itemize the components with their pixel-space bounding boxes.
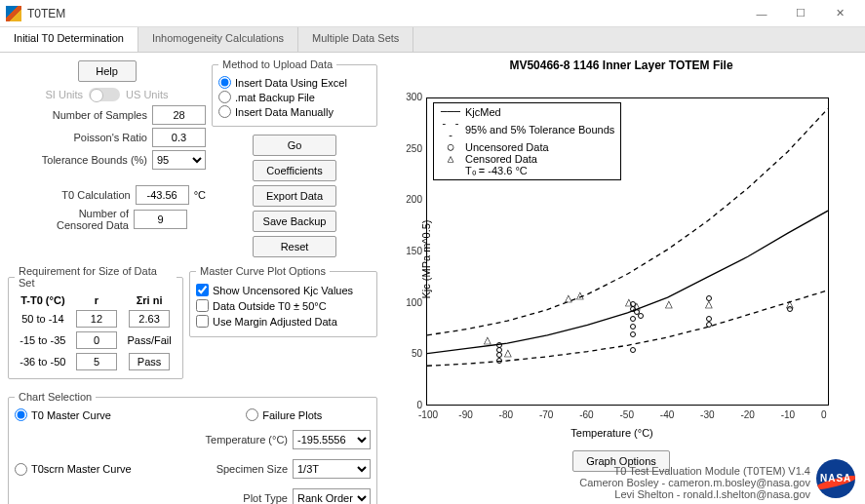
req-h3: Σri ni (122, 292, 177, 308)
plot-box: ───KjcMed - - -95% and 5% Tolerance Boun… (426, 97, 829, 406)
req-h2: r (71, 292, 122, 308)
window-title: T0TEM (27, 7, 742, 20)
t0-calc-label: T0 Calculation (61, 189, 130, 201)
t0scrn-radio[interactable] (15, 463, 27, 476)
leg-bounds: 95% and 5% Tolerance Bounds (465, 124, 614, 136)
req-r3c3-input[interactable] (129, 353, 170, 370)
x-tick: -100 (418, 409, 438, 420)
y-tick: 50 (399, 348, 422, 359)
export-data-button[interactable]: Export Data (253, 185, 336, 207)
censored-point: △ (786, 298, 794, 309)
upload-mat-label: .mat Backup File (235, 92, 315, 103)
req-r1c2-input[interactable] (76, 310, 117, 328)
poisson-label: Poisson's Ratio (74, 132, 147, 143)
t0-master-radio[interactable] (15, 408, 27, 421)
close-button[interactable]: ✕ (820, 0, 859, 27)
x-tick: -80 (499, 409, 513, 420)
tab-multiple-sets[interactable]: Multiple Data Sets (298, 27, 413, 52)
minimize-button[interactable]: — (742, 0, 781, 27)
failure-plots-label: Failure Plots (262, 409, 322, 421)
save-backup-button[interactable]: Save Backup (253, 211, 336, 232)
y-tick: 250 (399, 143, 422, 154)
footer-l3: Levi Shelton - ronald.l.shelton@nasa.gov (579, 488, 810, 500)
margin-adjusted-check[interactable] (196, 315, 209, 328)
censored-input[interactable] (134, 210, 187, 229)
unit-toggle[interactable] (89, 88, 120, 101)
y-tick: 100 (399, 297, 422, 308)
poisson-input[interactable] (152, 128, 206, 147)
reset-button[interactable]: Reset (253, 236, 336, 257)
censored-point: △ (504, 347, 512, 358)
x-tick: 0 (821, 409, 827, 420)
x-tick: -90 (458, 409, 472, 420)
x-tick: -60 (579, 409, 593, 420)
uncensored-point (630, 331, 636, 337)
margin-adjusted-label: Use Margin Adjusted Data (213, 316, 337, 328)
req-r3c1: -36 to -50 (15, 351, 71, 372)
requirement-legend: Requirement for Size of Data Set (15, 265, 177, 289)
leg-kjcmed: KjcMed (465, 106, 501, 118)
chart-sel-legend: Chart Selection (15, 391, 96, 403)
y-tick: 150 (399, 246, 422, 256)
tab-inhomogeneity[interactable]: Inhomogeneity Calculations (138, 27, 298, 52)
show-uncensored-check[interactable] (196, 284, 209, 296)
y-tick: 200 (399, 194, 422, 205)
req-r2c2-input[interactable] (76, 331, 117, 349)
censored-point: △ (705, 298, 713, 309)
censored-point: △ (484, 334, 491, 345)
y-tick: 0 (399, 400, 422, 410)
tab-initial-t0[interactable]: Initial T0 Determination (0, 27, 138, 52)
num-samples-input[interactable] (152, 105, 206, 125)
coefficients-button[interactable]: Coefficients (253, 160, 336, 181)
help-button[interactable]: Help (78, 60, 137, 82)
data-outside-check[interactable] (196, 299, 209, 312)
leg-uncensored: Uncensored Data (465, 141, 549, 153)
uncensored-point (496, 358, 502, 364)
x-tick: -40 (660, 409, 674, 420)
maximize-button[interactable]: ☐ (781, 0, 820, 27)
censored-point: △ (625, 296, 633, 307)
t0-calc-input[interactable] (136, 185, 189, 205)
req-r1c3-input[interactable] (129, 310, 170, 328)
censored-point: △ (576, 290, 584, 300)
upload-manual-radio[interactable] (218, 105, 231, 118)
censored-label: Number of Censored Data (51, 208, 129, 231)
req-passfail-label: Pass/Fail (122, 330, 177, 351)
temp-select[interactable]: -195.5556 (293, 430, 371, 449)
chart-legend: ───KjcMed - - -95% and 5% Tolerance Boun… (433, 102, 621, 180)
spec-select[interactable]: 1/3T (293, 459, 371, 479)
footer-credits: T0 Test Evaluation Module (T0TEM) V1.4 C… (579, 465, 810, 500)
uncensored-point (630, 347, 636, 353)
y-tick: 300 (399, 92, 422, 102)
upload-legend: Method to Upload Data (218, 58, 336, 70)
req-r3c2-input[interactable] (76, 353, 117, 370)
footer-l2: Cameron Bosley - cameron.m.bosley@nasa.g… (579, 477, 810, 488)
plot-type-select[interactable]: Rank Order (293, 488, 371, 504)
unit-toggle-group: SI Units US Units (8, 88, 206, 101)
x-tick: -30 (700, 409, 714, 420)
upload-mat-radio[interactable] (218, 91, 231, 103)
us-units-label: US Units (126, 89, 168, 100)
chart-title: MV50466-8 1146 Inner Layer TOTEM File (385, 58, 857, 72)
censored-point: △ (633, 300, 641, 311)
upload-method-group: Method to Upload Data Insert Data Using … (212, 58, 377, 127)
tolerance-select[interactable]: 95 (152, 150, 206, 170)
upload-excel-radio[interactable] (218, 76, 231, 89)
upload-manual-label: Insert Data Manually (235, 106, 334, 118)
master-opts-legend: Master Curve Plot Options (196, 265, 330, 277)
censored-point: △ (665, 298, 673, 309)
show-uncensored-label: Show Uncensored Kjc Values (213, 285, 353, 296)
tab-bar: Initial T0 Determination Inhomogeneity C… (0, 27, 865, 53)
x-tick: -70 (539, 409, 553, 420)
go-button[interactable]: Go (253, 135, 336, 156)
titlebar: T0TEM — ☐ ✕ (0, 0, 865, 27)
failure-plots-radio[interactable] (246, 408, 258, 421)
uncensored-point (630, 324, 636, 330)
plot-type-label: Plot Type (243, 492, 288, 504)
x-tick: -10 (781, 409, 795, 420)
tolerance-label: Tolerance Bounds (%) (42, 154, 147, 166)
t0-unit-label: °C (194, 189, 206, 201)
uncensored-point (706, 322, 712, 328)
x-tick: -50 (620, 409, 634, 420)
temp-label: Temperature (°C) (206, 434, 288, 446)
